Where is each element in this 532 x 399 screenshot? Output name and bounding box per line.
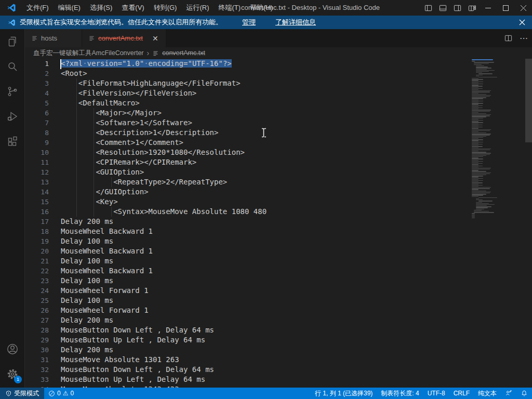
code-line-3[interactable]: 3 <FileFormat>HighLanguage</FileFormat> <box>25 78 532 88</box>
code-line-4[interactable]: 4 <FileVersion></FileVersion> <box>25 88 532 98</box>
code-line-17[interactable]: 17Delay 200 ms <box>25 217 532 227</box>
minimap-row <box>472 178 483 179</box>
menu-bar: 文件(F)编辑(E)选择(S)查看(V)转到(G)运行(R)终端(T)帮助(H) <box>22 0 277 16</box>
explorer-icon[interactable] <box>0 29 25 54</box>
code-line-6[interactable]: 6 <Major></Major> <box>25 108 532 118</box>
extensions-icon[interactable] <box>0 129 25 154</box>
vertical-scrollbar[interactable] <box>525 59 532 142</box>
encoding-item[interactable]: UTF-8 <box>423 388 449 399</box>
minimap-row <box>472 146 483 147</box>
feedback-icon[interactable] <box>501 388 516 399</box>
code-line-27[interactable]: 27Delay 200 ms <box>25 315 532 325</box>
minimap-row <box>472 122 483 123</box>
minimap-row <box>472 196 478 197</box>
code-line-19[interactable]: 19Delay 100 ms <box>25 236 532 246</box>
code-text: MouseWheel Backward 1 <box>61 246 153 256</box>
menu-item-3[interactable]: 查看(V) <box>117 2 149 14</box>
minimap-row <box>476 206 491 207</box>
maximize-button[interactable] <box>497 0 514 16</box>
code-line-12[interactable]: 12 <GUIOption> <box>25 167 532 177</box>
code-line-32[interactable]: 32MouseButton Down Left , Delay 64 ms <box>25 365 532 375</box>
code-line-7[interactable]: 7 <Software>1</Software> <box>25 118 532 128</box>
breadcrumb-file[interactable]: convertAmc.txt <box>162 49 205 57</box>
code-line-9[interactable]: 9 <Comment>1</Comment> <box>25 138 532 148</box>
code-line-20[interactable]: 20MouseWheel Backward 1 <box>25 246 532 256</box>
code-line-21[interactable]: 21Delay 100 ms <box>25 256 532 266</box>
line-number: 15 <box>25 197 57 207</box>
minimap-row <box>472 88 483 89</box>
restricted-mode-item[interactable]: 受限模式 <box>0 388 44 399</box>
minimap-row <box>472 191 486 191</box>
code-line-26[interactable]: 26MouseWheel Forward 1 <box>25 305 532 315</box>
code-line-18[interactable]: 18MouseWheel Backward 1 <box>25 227 532 236</box>
toggle-sidebar-icon[interactable] <box>421 0 435 16</box>
menu-item-5[interactable]: 运行(R) <box>181 2 214 14</box>
search-icon[interactable] <box>0 54 25 79</box>
tab-convertAmc.txt[interactable]: convertAmc.txt✕ <box>82 29 166 47</box>
code-line-30[interactable]: 30Delay 200 ms <box>25 345 532 355</box>
minimap[interactable] <box>472 59 524 219</box>
code-line-13[interactable]: 13 <RepeatType>2</RepeatType> <box>25 177 532 187</box>
minimap-row <box>472 116 486 117</box>
indent-guide <box>76 148 77 157</box>
account-icon[interactable] <box>0 337 25 362</box>
restricted-mode-banner: 受限模式旨在实现安全地浏览代码。信任此文件夹以启用所有功能。 管理 了解详细信息 <box>0 16 532 29</box>
code-line-22[interactable]: 22MouseWheel Backward 1 <box>25 266 532 276</box>
code-line-33[interactable]: 33MouseButton Up Left , Delay 64 ms <box>25 375 532 384</box>
line-number: 16 <box>25 207 57 217</box>
minimap-row <box>476 202 482 203</box>
menu-item-2[interactable]: 选择(S) <box>85 2 117 14</box>
code-line-29[interactable]: 29MouseButton Up Left , Delay 64 ms <box>25 335 532 345</box>
code-line-28[interactable]: 28MouseButton Down Left , Delay 64 ms <box>25 325 532 335</box>
code-text: <FileVersion></FileVersion> <box>61 88 196 98</box>
menu-item-0[interactable]: 文件(F) <box>22 2 54 14</box>
language-mode-item[interactable]: 纯文本 <box>474 388 501 399</box>
customize-layout-icon[interactable] <box>464 0 479 16</box>
minimize-button[interactable] <box>479 0 497 16</box>
minimap-row <box>472 125 483 125</box>
minimap-row <box>472 174 490 174</box>
close-tab-icon[interactable]: ✕ <box>151 34 159 43</box>
split-editor-icon[interactable] <box>504 34 512 42</box>
code-line-25[interactable]: 25Delay 100 ms <box>25 296 532 305</box>
menu-item-1[interactable]: 编辑(E) <box>54 2 85 14</box>
code-line-8[interactable]: 8 <Description>1</Description> <box>25 128 532 138</box>
code-line-15[interactable]: 15 <Key> <box>25 197 532 207</box>
selected-text: <?xml·version="1.0"·encoding="UTF-16"?> <box>61 59 232 68</box>
toggle-panel-icon[interactable] <box>435 0 450 16</box>
manage-link[interactable]: 管理 <box>242 18 256 27</box>
tab-hosts[interactable]: hosts <box>25 29 82 47</box>
minimap-row <box>472 124 478 124</box>
code-line-11[interactable]: 11 <CPIRemark></CPIRemark> <box>25 157 532 167</box>
code-line-23[interactable]: 23Delay 100 ms <box>25 276 532 286</box>
breadcrumb-folder[interactable]: 血手宏一键破解工具AmcFileConverter <box>33 49 144 58</box>
more-actions-icon[interactable]: ⋯ <box>520 33 528 43</box>
run-debug-icon[interactable] <box>0 104 25 129</box>
code-line-10[interactable]: 10 <Resolution>1920*1080</Resolution> <box>25 148 532 157</box>
code-line-31[interactable]: 31MouseMove Absolute 1301 263 <box>25 355 532 365</box>
source-control-icon[interactable] <box>0 79 25 104</box>
problems-item[interactable]: 0 ⚠ 0 <box>44 388 78 399</box>
code-line-1[interactable]: 1<?xml·version="1.0"·encoding="UTF-16"?> <box>25 59 532 69</box>
learn-more-link[interactable]: 了解详细信息 <box>275 18 316 27</box>
minimap-row <box>472 134 491 134</box>
code-line-16[interactable]: 16 <Syntax>MouseMove Absolute 1080 480 <box>25 207 532 217</box>
toggle-secondary-sidebar-icon[interactable] <box>450 0 464 16</box>
code-line-24[interactable]: 24MouseWheel Forward 1 <box>25 286 532 296</box>
close-window-button[interactable] <box>514 0 532 16</box>
code-editor[interactable]: 1<?xml·version="1.0"·encoding="UTF-16"?>… <box>25 59 532 388</box>
indentation-item[interactable]: 制表符长度: 4 <box>377 388 423 399</box>
menu-item-4[interactable]: 转到(G) <box>149 2 182 14</box>
banner-close-icon[interactable] <box>517 18 527 27</box>
eol-item[interactable]: CRLF <box>449 388 474 399</box>
line-number: 9 <box>25 138 57 148</box>
code-line-5[interactable]: 5 <DefaultMacro> <box>25 98 532 108</box>
code-line-14[interactable]: 14 </GUIOption> <box>25 187 532 197</box>
minimap-row <box>476 207 488 208</box>
code-line-2[interactable]: 2<Root> <box>25 69 532 78</box>
notifications-bell-icon[interactable] <box>516 388 532 399</box>
settings-gear-icon[interactable]: 1 <box>0 362 25 387</box>
cursor-position-item[interactable]: 行 1, 列 1 (已选择39) <box>311 388 377 399</box>
code-text: <Syntax>MouseMove Absolute 1080 480 <box>61 207 267 217</box>
code-text: MouseButton Up Left , Delay 64 ms <box>61 375 205 384</box>
